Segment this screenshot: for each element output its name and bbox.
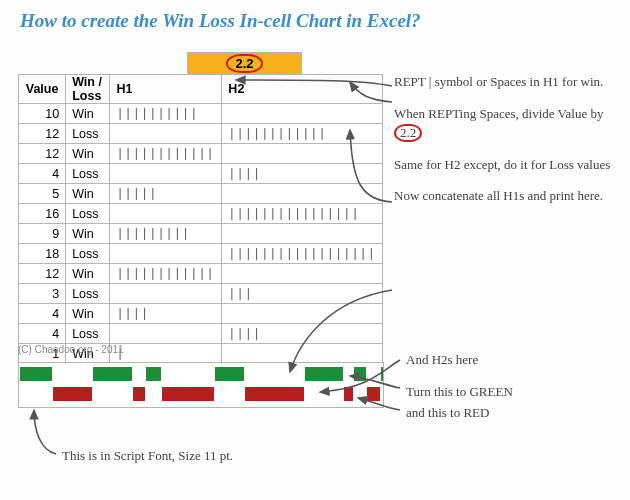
- cell-h1: |||||||||: [110, 224, 222, 244]
- cell-winloss: Loss: [66, 164, 110, 184]
- divisor-cell: 2.2: [187, 52, 302, 74]
- chart-row-loss: [19, 385, 383, 407]
- cell-winloss: Win: [66, 144, 110, 164]
- cell-h2: ||||: [222, 324, 383, 344]
- chart-seg-loss: [162, 387, 214, 401]
- header-winloss: Win / Loss: [66, 75, 110, 104]
- cell-winloss: Loss: [66, 324, 110, 344]
- ann-rept2: When REPTing Spaces, divide Value by 2.2: [394, 104, 614, 143]
- cell-winloss: Loss: [66, 284, 110, 304]
- cell-h2: |||: [222, 284, 383, 304]
- cell-value: 4: [19, 304, 66, 324]
- cell-h1: |: [110, 344, 222, 364]
- ann-h2here: And H2s here: [406, 352, 478, 368]
- credit-text: (C) Chandoo.org - 2011: [18, 344, 124, 355]
- cell-h2: ||||||||||||: [222, 124, 383, 144]
- cell-value: 12: [19, 124, 66, 144]
- cell-value: 12: [19, 264, 66, 284]
- cell-h1: ||||||||||||: [110, 144, 222, 164]
- chart-seg-win: [354, 367, 366, 381]
- cell-h1: ||||||||||||: [110, 264, 222, 284]
- cell-h2: [222, 184, 383, 204]
- page-title: How to create the Win Loss In-cell Chart…: [0, 0, 630, 46]
- header-h1: H1: [110, 75, 222, 104]
- cell-h2: [222, 264, 383, 284]
- chart-seg-win: [305, 367, 344, 381]
- table-row: 4Win||||: [19, 304, 383, 324]
- cell-value: 5: [19, 184, 66, 204]
- cell-h2: [222, 344, 383, 364]
- divisor-value: 2.2: [226, 54, 262, 73]
- cell-value: 9: [19, 224, 66, 244]
- cell-h1: [110, 324, 222, 344]
- cell-h1: [110, 164, 222, 184]
- table-row: 9Win|||||||||: [19, 224, 383, 244]
- cell-h1: ||||: [110, 304, 222, 324]
- cell-h2: ||||||||||||||||: [222, 204, 383, 224]
- cell-h1: ||||||||||: [110, 104, 222, 124]
- cell-h1: [110, 244, 222, 264]
- cell-h2: ||||: [222, 164, 383, 184]
- cell-winloss: Win: [66, 264, 110, 284]
- cell-h1: [110, 284, 222, 304]
- ann-same: Same for H2 except, do it for Loss value…: [394, 155, 614, 175]
- chart-row-win: [19, 363, 383, 385]
- cell-winloss: Loss: [66, 124, 110, 144]
- table-row: 3Loss|||: [19, 284, 383, 304]
- chart-seg-win: [215, 367, 244, 381]
- chart-seg-win: [20, 367, 52, 381]
- cell-h1: [110, 204, 222, 224]
- table-row: 5Win|||||: [19, 184, 383, 204]
- header-value: Value: [19, 75, 66, 104]
- chart-seg-loss: [367, 387, 379, 401]
- cell-h1: [110, 124, 222, 144]
- cell-value: 18: [19, 244, 66, 264]
- chart-seg-loss: [133, 387, 145, 401]
- cell-winloss: Win: [66, 304, 110, 324]
- cell-value: 12: [19, 144, 66, 164]
- table-row: 10Win||||||||||: [19, 104, 383, 124]
- cell-h1: |||||: [110, 184, 222, 204]
- chart-seg-win: [93, 367, 132, 381]
- cell-winloss: Win: [66, 184, 110, 204]
- ann-rept1: REPT | symbol or Spaces in H1 for win.: [394, 72, 614, 92]
- ann-colors: Turn this to GREEN and this to RED: [406, 382, 513, 424]
- ann-script: This is in Script Font, Size 11 pt.: [62, 448, 233, 464]
- table-row: 12Win||||||||||||: [19, 264, 383, 284]
- chart-seg-win: [146, 367, 162, 381]
- cell-value: 4: [19, 324, 66, 344]
- cell-winloss: Win: [66, 224, 110, 244]
- table-row: 12Win||||||||||||: [19, 144, 383, 164]
- chart-seg-loss: [245, 387, 304, 401]
- cell-winloss: Loss: [66, 244, 110, 264]
- cell-value: 4: [19, 164, 66, 184]
- cell-h2: [222, 104, 383, 124]
- ann-concat: Now concatenate all H1s and print here.: [394, 186, 614, 206]
- data-table: Value Win / Loss H1 H2 10Win||||||||||12…: [18, 74, 383, 364]
- winloss-chart: [18, 362, 384, 408]
- cell-winloss: Loss: [66, 204, 110, 224]
- ann-divisor-circle: 2.2: [394, 124, 422, 142]
- table-row: 4Loss||||: [19, 164, 383, 184]
- table-row: 18Loss||||||||||||||||||: [19, 244, 383, 264]
- cell-h2: ||||||||||||||||||: [222, 244, 383, 264]
- annotations: REPT | symbol or Spaces in H1 for win. W…: [394, 72, 614, 218]
- cell-h2: [222, 144, 383, 164]
- table-row: 12Loss||||||||||||: [19, 124, 383, 144]
- cell-value: 16: [19, 204, 66, 224]
- chart-seg-loss: [53, 387, 92, 401]
- cell-value: 10: [19, 104, 66, 124]
- table-row: 4Loss||||: [19, 324, 383, 344]
- cell-winloss: Win: [66, 104, 110, 124]
- cell-value: 3: [19, 284, 66, 304]
- chart-seg-win: [381, 367, 383, 381]
- table-row: 16Loss||||||||||||||||: [19, 204, 383, 224]
- header-h2: H2: [222, 75, 383, 104]
- chart-seg-loss: [344, 387, 353, 401]
- cell-h2: [222, 304, 383, 324]
- cell-h2: [222, 224, 383, 244]
